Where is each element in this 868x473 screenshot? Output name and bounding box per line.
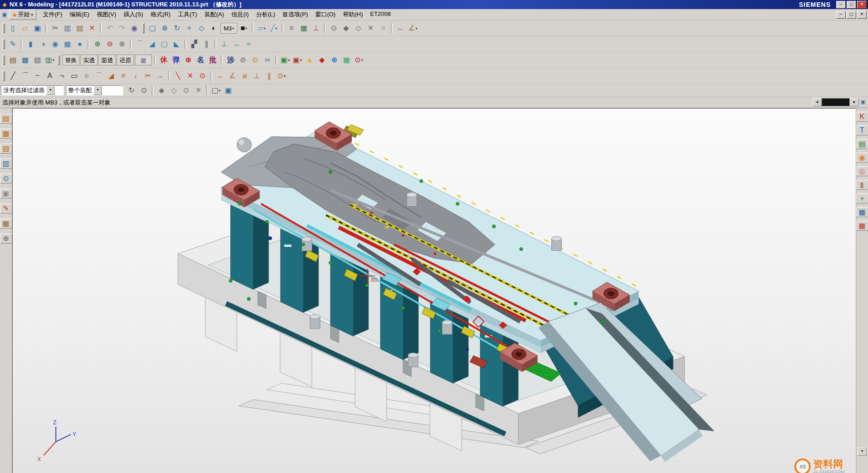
rings-tool-icon[interactable]: ◎	[856, 166, 868, 176]
view-layout-icon[interactable]: ▦	[298, 22, 309, 34]
batch-button[interactable]: 批	[207, 54, 219, 66]
materials-icon[interactable]: ▦	[0, 219, 12, 229]
block-tool-icon[interactable]: ▮	[856, 180, 868, 190]
edge-blend-icon[interactable]: ⌒	[134, 38, 145, 50]
shell-icon[interactable]: ▢	[159, 38, 170, 50]
snap-center-icon[interactable]: ○	[377, 22, 389, 34]
close-button[interactable]: ✕	[857, 1, 867, 9]
view-tag-red-button[interactable]: ▣▾	[292, 54, 303, 66]
target-icon[interactable]: ⊕	[329, 54, 340, 66]
intersect-icon[interactable]: ⊗	[116, 38, 128, 50]
constraints-icon[interactable]: ⊙▾	[276, 70, 287, 82]
new-icon[interactable]: ▯	[7, 22, 19, 34]
extend-icon[interactable]: →	[155, 70, 166, 82]
render-style-button[interactable]: M3▾	[220, 23, 237, 34]
move-component-icon[interactable]: ↔	[231, 38, 242, 50]
datum-plane-icon[interactable]: ▱▾	[256, 22, 267, 34]
load-options-icon[interactable]: ▨	[32, 54, 43, 66]
history-icon[interactable]: ⊙	[0, 174, 12, 184]
scroll-right-button[interactable]: ►	[850, 98, 859, 106]
undo-icon[interactable]: ↶	[104, 22, 115, 34]
chamfer-icon[interactable]: ◢	[146, 38, 158, 50]
triangle-icon[interactable]: ▲	[304, 54, 315, 66]
doc-restore-button[interactable]: ▢	[847, 11, 856, 19]
measure-angle-icon[interactable]: ∠▾	[407, 22, 419, 34]
diamond-red-icon[interactable]: ◆	[316, 54, 328, 66]
view-tag-green-button[interactable]: ▣▾	[279, 54, 291, 66]
subtract-icon[interactable]: ⊖	[104, 38, 115, 50]
curve-plus-icon[interactable]: ⊕	[183, 54, 194, 66]
snap-mid2-icon[interactable]: ◇	[168, 85, 180, 96]
menu-item-8[interactable]: 分析(L)	[252, 10, 279, 20]
toolbar-grip[interactable]	[3, 55, 5, 65]
line-red-icon[interactable]: ╲	[172, 70, 184, 82]
circle-icon[interactable]: ○	[81, 70, 92, 82]
selection-scope-combo[interactable]: 整个装配 ▾	[66, 85, 123, 95]
selection-filter-combo[interactable]: 没有选择过滤器 ▾	[1, 85, 64, 95]
save-icon[interactable]: ▣	[32, 22, 43, 34]
toolbar-grip[interactable]	[3, 23, 5, 33]
document-menu-icon[interactable]: ▣	[1, 11, 8, 18]
snap-intersect-icon[interactable]: ✕	[365, 22, 376, 34]
menu-item-2[interactable]: 视图(V)	[93, 10, 120, 20]
snap-end2-icon[interactable]: ◆	[156, 85, 167, 96]
toolbar-grip[interactable]	[142, 23, 145, 33]
chevron-down-icon[interactable]: ▾	[94, 86, 102, 95]
template-tool-icon[interactable]: T	[856, 125, 868, 135]
maximize-button[interactable]: ▢	[847, 1, 856, 9]
key-tool-icon[interactable]: K	[856, 112, 868, 122]
scroll-down-button[interactable]: ▾	[858, 448, 867, 456]
key-icon[interactable]: ⊙	[249, 54, 261, 66]
text-icon[interactable]: A	[44, 70, 55, 82]
suppress-button[interactable]: 休	[158, 54, 170, 66]
offset-curve-icon[interactable]: ≡	[118, 70, 129, 82]
toolbar-grip[interactable]	[3, 71, 5, 81]
fillet-icon[interactable]: ⌒	[93, 70, 105, 82]
fit-view-icon[interactable]: ▢	[147, 22, 158, 34]
chamfer2-icon[interactable]: ◢	[105, 70, 117, 82]
delete-icon[interactable]: ✕	[86, 22, 98, 34]
wcs-icon[interactable]: ⊥	[310, 22, 322, 34]
component-group-icon[interactable]: ▥▾	[44, 54, 55, 66]
rectangle-icon[interactable]: ▭	[69, 70, 80, 82]
corner-icon[interactable]: ¬	[56, 70, 68, 82]
trim-icon[interactable]: ✂	[142, 70, 154, 82]
palette-pencil-icon[interactable]: ✎	[0, 204, 12, 214]
cut-icon[interactable]: ✂	[50, 22, 61, 34]
background-button[interactable]: ■▾	[238, 22, 249, 34]
unite-icon[interactable]: ⊕	[92, 38, 103, 50]
scrollbar-track[interactable]	[822, 98, 850, 106]
toolbar-grip[interactable]	[58, 55, 60, 65]
solid-transparent-button[interactable]: 实透	[80, 55, 98, 65]
pan-icon[interactable]: +	[184, 22, 195, 34]
rotate-view-icon[interactable]: ↻	[171, 22, 183, 34]
perpendicular-icon[interactable]: ⊥	[251, 70, 263, 82]
copy-icon[interactable]: ▥	[62, 22, 73, 34]
menu-item-4[interactable]: 格式(R)	[147, 10, 174, 20]
window-select-icon[interactable]: ▣	[223, 85, 234, 96]
palette-tool-icon[interactable]: ◉	[856, 153, 868, 163]
wave-geometry-icon[interactable]: ≈	[243, 38, 254, 50]
profile-line-icon[interactable]: ╱	[7, 70, 19, 82]
pattern-icon[interactable]: ▞	[189, 38, 200, 50]
constraint-navigator-icon[interactable]: ▨	[0, 144, 12, 154]
redo-icon[interactable]: ↷	[116, 22, 128, 34]
menu-item-6[interactable]: 装配(A)	[201, 10, 228, 20]
interference-button[interactable]: 涉	[225, 54, 236, 66]
part-navigator-icon[interactable]: ▥	[0, 159, 12, 169]
snap-mid-icon[interactable]: ◇	[353, 22, 364, 34]
scroll-left-button[interactable]: ◄	[813, 98, 822, 106]
menu-item-0[interactable]: 文件(F)	[39, 10, 66, 20]
block-icon[interactable]: ▦	[62, 38, 73, 50]
revolve-icon[interactable]: ◑	[37, 38, 49, 50]
project-curve-icon[interactable]: ↓	[130, 70, 141, 82]
sketch-icon[interactable]: ✎	[7, 38, 19, 50]
menu-item-1[interactable]: 编辑(E)	[66, 10, 93, 20]
restore-button[interactable]: 还原	[117, 55, 134, 65]
lock-icon[interactable]: ⊘	[237, 54, 249, 66]
spline-icon[interactable]: ~	[32, 70, 43, 82]
toolbar-grip[interactable]	[3, 39, 5, 49]
select-scope-icon[interactable]: ⊙	[138, 85, 150, 96]
mirror-icon[interactable]: ∥	[201, 38, 212, 50]
snap-end-icon[interactable]: ◆	[340, 22, 352, 34]
